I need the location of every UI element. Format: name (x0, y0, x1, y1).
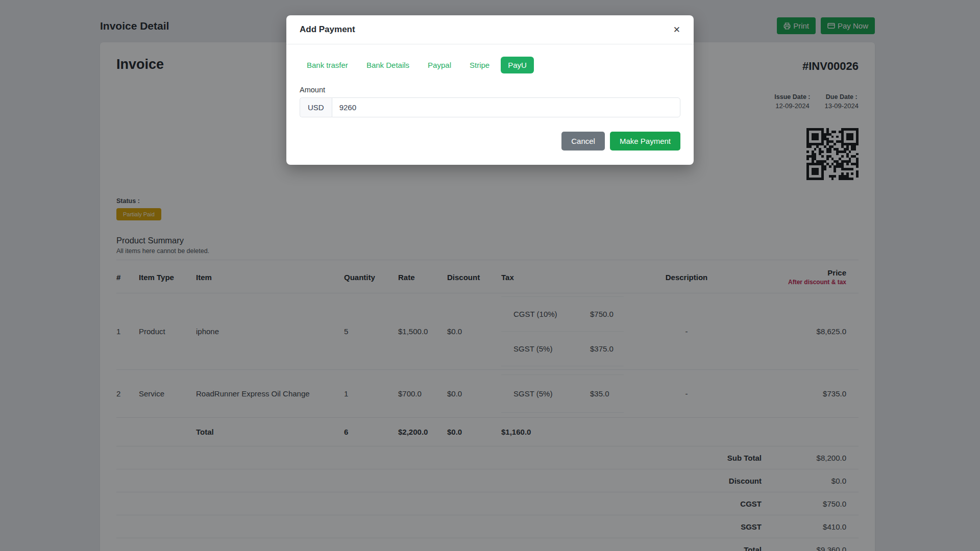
modal-title: Add Payment (300, 24, 355, 35)
payment-method-tabs: Bank trasfer Bank Details Paypal Stripe … (300, 57, 680, 73)
modal-body: Bank trasfer Bank Details Paypal Stripe … (286, 44, 694, 165)
modal-header: Add Payment ✕ (286, 15, 694, 44)
cancel-button[interactable]: Cancel (561, 132, 605, 151)
currency-addon: USD (300, 97, 332, 117)
tab-stripe[interactable]: Stripe (462, 57, 497, 73)
tab-bank-details[interactable]: Bank Details (359, 57, 416, 73)
tab-payu[interactable]: PayU (501, 57, 534, 73)
close-icon[interactable]: ✕ (673, 26, 680, 34)
amount-input-group: USD (300, 97, 680, 117)
amount-input[interactable] (332, 97, 680, 117)
tab-bank-transfer[interactable]: Bank trasfer (300, 57, 355, 73)
modal-footer: Cancel Make Payment (300, 132, 680, 151)
amount-label: Amount (300, 86, 680, 94)
make-payment-button[interactable]: Make Payment (610, 132, 680, 151)
tab-paypal[interactable]: Paypal (421, 57, 458, 73)
add-payment-modal: Add Payment ✕ Bank trasfer Bank Details … (286, 15, 694, 165)
